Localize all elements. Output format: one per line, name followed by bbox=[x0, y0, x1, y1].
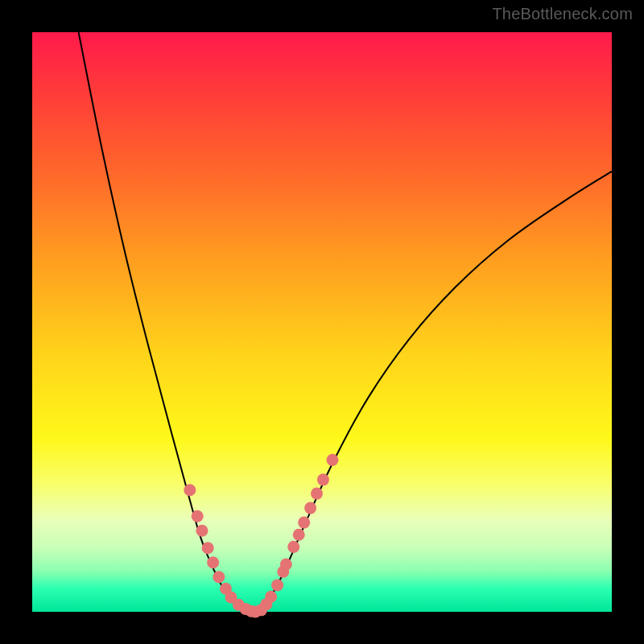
marker-dot bbox=[192, 510, 204, 522]
chart-frame: TheBottleneck.com bbox=[0, 0, 644, 644]
marker-dot bbox=[271, 579, 283, 591]
marker-group bbox=[184, 454, 338, 618]
marker-dot bbox=[298, 517, 310, 529]
curve-curve-left bbox=[79, 32, 253, 612]
marker-dot bbox=[293, 529, 305, 541]
marker-dot bbox=[326, 454, 338, 466]
marker-dot bbox=[196, 525, 208, 537]
marker-dot bbox=[184, 484, 196, 496]
marker-dot bbox=[280, 558, 292, 570]
watermark-text: TheBottleneck.com bbox=[492, 5, 633, 23]
marker-dot bbox=[317, 473, 329, 485]
marker-dot bbox=[207, 556, 219, 568]
marker-dot bbox=[311, 488, 323, 500]
marker-dot bbox=[287, 541, 299, 553]
curve-curve-right bbox=[253, 171, 612, 612]
curve-group bbox=[79, 32, 612, 612]
marker-dot bbox=[202, 542, 214, 554]
plot-area bbox=[32, 32, 612, 612]
curve-svg bbox=[32, 32, 612, 612]
marker-dot bbox=[265, 591, 277, 603]
marker-dot bbox=[304, 502, 316, 514]
marker-dot bbox=[213, 571, 225, 583]
